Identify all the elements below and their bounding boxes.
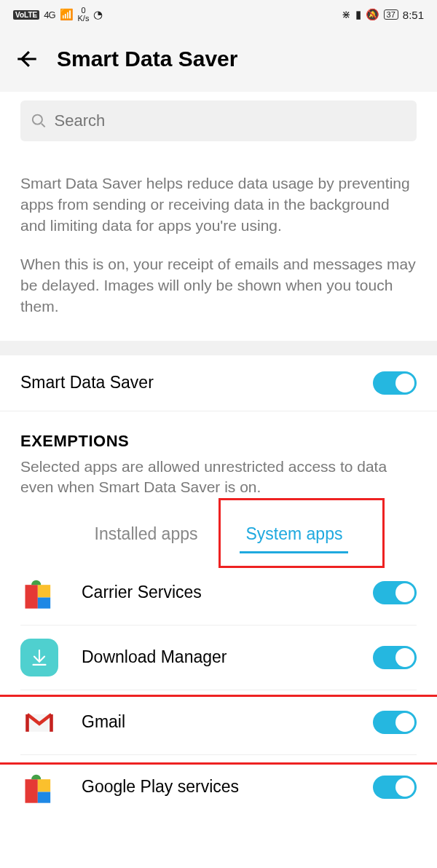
exemptions-section: EXEMPTIONS Selected apps are allowed unr… [0, 411, 437, 505]
app-name: Carrier Services [82, 583, 373, 602]
app-row-gmail: Gmail [20, 690, 417, 755]
svg-rect-2 [38, 585, 50, 597]
tab-installed-apps[interactable]: Installed apps [89, 521, 204, 553]
svg-point-0 [33, 115, 42, 125]
battery-icon: ▮ [355, 8, 361, 21]
svg-rect-6 [38, 792, 50, 802]
smart-data-saver-switch[interactable] [373, 371, 417, 395]
google-play-services-switch[interactable] [373, 776, 417, 799]
search-box[interactable] [20, 100, 417, 141]
description: Smart Data Saver helps reduce data usage… [0, 147, 437, 341]
description-p2: When this is on, your receipt of emails … [20, 254, 417, 317]
smart-data-saver-toggle-row: Smart Data Saver [0, 355, 437, 411]
data-speed: 0 K/s [78, 7, 90, 23]
carrier-services-switch[interactable] [373, 581, 417, 604]
app-header: Smart Data Saver [0, 29, 437, 92]
exemptions-subtitle: Selected apps are allowed unrestricted a… [20, 457, 417, 498]
svg-rect-3 [38, 597, 50, 608]
svg-rect-1 [25, 585, 38, 609]
svg-rect-4 [25, 779, 38, 803]
bluetooth-icon: ⋇ [342, 8, 351, 21]
search-container [0, 92, 437, 147]
search-icon [31, 112, 47, 130]
clock: 8:51 [403, 9, 424, 21]
description-p1: Smart Data Saver helps reduce data usage… [20, 173, 417, 237]
divider [0, 341, 437, 355]
exemptions-title: EXEMPTIONS [20, 432, 417, 451]
download-manager-switch[interactable] [373, 646, 417, 669]
app-row-carrier-services: Carrier Services [20, 561, 417, 626]
battery-level: 37 [384, 9, 398, 20]
back-icon[interactable] [15, 47, 39, 71]
svg-rect-5 [38, 779, 50, 792]
download-manager-icon [20, 639, 58, 676]
status-bar: VoLTE 4G 📶 0 K/s ◔ ⋇ ▮ 🔕 37 8:51 [0, 0, 437, 29]
google-play-services-icon [20, 768, 58, 806]
smart-data-saver-label: Smart Data Saver [20, 373, 154, 392]
carrier-services-icon [20, 574, 58, 612]
app-name: Google Play services [82, 777, 373, 797]
app-list: Carrier Services Download Manager Gmail [0, 561, 437, 819]
app-name: Gmail [82, 712, 373, 732]
signal-icon: 📶 [60, 8, 74, 21]
app-row-google-play-services: Google Play services [20, 755, 417, 819]
sync-icon: ◔ [93, 8, 103, 21]
mute-icon: 🔕 [366, 8, 379, 21]
search-input[interactable] [54, 111, 406, 130]
gmail-switch[interactable] [373, 711, 417, 734]
tab-system-apps[interactable]: System apps [240, 521, 348, 553]
tabs: Installed apps System apps [0, 505, 437, 561]
gmail-icon [20, 703, 58, 741]
volte-badge: VoLTE [13, 10, 39, 20]
app-row-download-manager: Download Manager [20, 626, 417, 690]
app-name: Download Manager [82, 647, 373, 667]
network-type: 4G [44, 9, 55, 20]
page-title: Smart Data Saver [57, 47, 237, 71]
